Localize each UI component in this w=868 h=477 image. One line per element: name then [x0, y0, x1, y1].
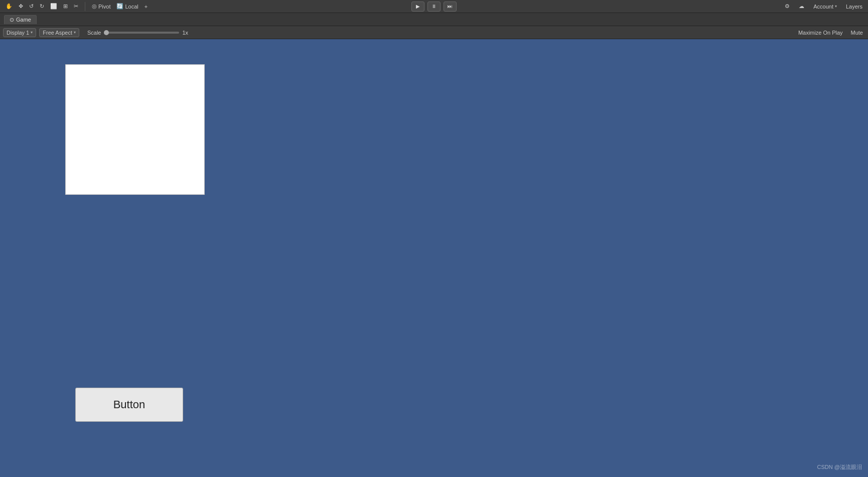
main-toolbar: ✋ ✥ ↺ ↻ ⬜ ⊞ ✂ ◎ Pivot 🔄 Local +: [0, 0, 868, 13]
watermark-text: CSDN @溢流眼泪: [817, 464, 862, 470]
rect-icon: ⬜: [50, 3, 57, 10]
canvas-panel: [65, 64, 205, 195]
pause-button[interactable]: ⏸: [427, 2, 441, 12]
cloud-icon: ☁: [799, 3, 804, 10]
tool-group-pivot: ◎ Pivot 🔄 Local +: [89, 2, 150, 11]
tab-bar: ⊙ Game: [0, 13, 868, 26]
toolbar-separator-1: [85, 2, 85, 11]
redo-button[interactable]: ↻: [37, 2, 47, 11]
grid-button[interactable]: ⊞: [61, 2, 70, 11]
play-icon: ▶: [416, 4, 420, 9]
account-chevron-icon: ▾: [835, 4, 837, 9]
undo-icon: ↺: [29, 3, 34, 10]
controls-bar: Display 1 ▾ Free Aspect ▾ Scale 1x Maxim…: [0, 26, 868, 39]
undo-button[interactable]: ↺: [27, 2, 36, 11]
pivot-icon: ◎: [92, 3, 97, 10]
local-label: Local: [125, 4, 138, 10]
maximize-on-play-button[interactable]: Maximize On Play: [796, 29, 845, 36]
game-tab-label: Game: [16, 17, 31, 23]
layers-label: Layers: [846, 4, 862, 10]
tool-group-transform: ✋ ✥ ↺ ↻ ⬜ ⊞ ✂: [3, 2, 81, 11]
move-icon: ✥: [19, 3, 23, 10]
scissors-button[interactable]: ✂: [71, 2, 81, 11]
aspect-chevron-icon: ▾: [74, 30, 76, 35]
pause-icon: ⏸: [431, 4, 437, 9]
pivot-label: Pivot: [98, 4, 110, 10]
maximize-label: Maximize On Play: [798, 30, 843, 36]
hand-tool-button[interactable]: ✋: [3, 2, 15, 11]
toolbar-right: ⚙ ☁ Account ▾ Layers: [782, 2, 865, 11]
coords-icon: +: [144, 4, 148, 10]
mute-button[interactable]: Mute: [849, 29, 865, 36]
aspect-label: Free Aspect: [43, 30, 72, 36]
scale-label: Scale: [87, 30, 101, 36]
pivot-button[interactable]: ◎ Pivot: [89, 2, 113, 11]
hand-icon: ✋: [6, 3, 13, 10]
rect-transform-button[interactable]: ⬜: [48, 2, 60, 11]
game-button-label: Button: [113, 398, 146, 411]
scale-slider[interactable]: [104, 32, 179, 34]
play-button[interactable]: ▶: [411, 2, 424, 12]
game-viewport: Button CSDN @溢流眼泪: [0, 39, 868, 477]
step-button[interactable]: ⏭: [444, 2, 457, 12]
controls-right: Maximize On Play Mute: [796, 29, 865, 36]
account-button[interactable]: Account ▾: [811, 3, 839, 11]
scale-slider-thumb: [104, 30, 109, 35]
coords-button[interactable]: +: [142, 3, 150, 11]
scale-value: 1x: [182, 30, 188, 36]
display-label: Display 1: [7, 30, 29, 36]
display-dropdown[interactable]: Display 1 ▾: [3, 28, 36, 37]
settings-icon: ⚙: [785, 3, 790, 10]
move-tool-button[interactable]: ✥: [16, 2, 26, 11]
aspect-dropdown[interactable]: Free Aspect ▾: [39, 28, 79, 37]
local-icon: 🔄: [116, 3, 123, 10]
local-button[interactable]: 🔄 Local: [114, 2, 140, 11]
layers-button[interactable]: Layers: [843, 3, 865, 11]
cloud-button[interactable]: ☁: [796, 2, 807, 11]
redo-icon: ↻: [40, 3, 44, 10]
watermark: CSDN @溢流眼泪: [817, 463, 862, 471]
mute-label: Mute: [851, 30, 863, 36]
game-tab[interactable]: ⊙ Game: [4, 15, 37, 24]
play-controls: ▶ ⏸ ⏭: [411, 2, 457, 12]
account-label: Account: [813, 4, 833, 10]
scale-container: Scale 1x: [87, 30, 188, 36]
game-tab-icon: ⊙: [10, 17, 14, 23]
grid-icon: ⊞: [63, 3, 68, 10]
display-chevron-icon: ▾: [31, 30, 33, 35]
step-icon: ⏭: [448, 4, 453, 9]
game-ui-button[interactable]: Button: [75, 388, 183, 422]
scissors-icon: ✂: [74, 3, 78, 10]
settings-button[interactable]: ⚙: [782, 2, 792, 11]
